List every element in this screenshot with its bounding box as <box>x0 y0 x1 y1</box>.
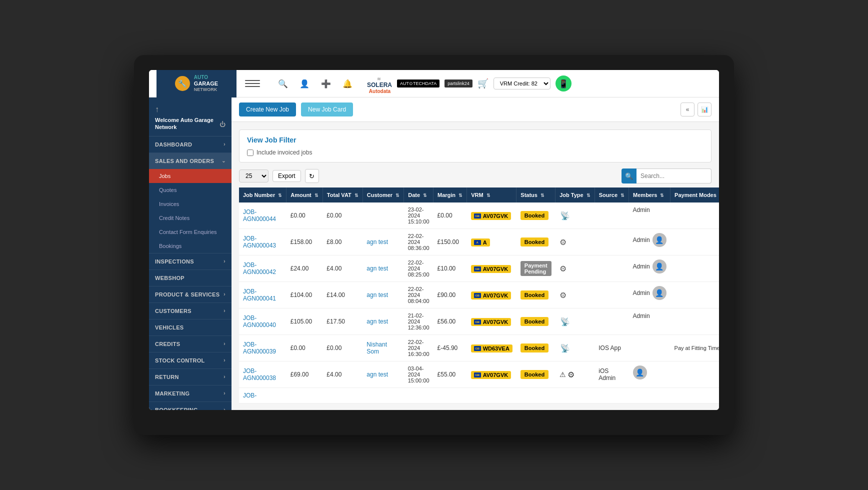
chart-icon[interactable]: 📊 <box>698 102 712 116</box>
job-type-cell: ⚙ <box>556 229 595 256</box>
refresh-button[interactable]: ↻ <box>305 169 319 183</box>
sidebar-item-bookings[interactable]: Bookings <box>149 239 232 253</box>
autotechdata-brand: AUT⊙TECHDATA <box>397 80 440 88</box>
job-members: Admin👤 <box>629 282 670 304</box>
partslink-brand: partslink24 <box>444 80 472 88</box>
filter-controls: Include invoiced jobs <box>247 149 704 156</box>
sidebar-item-customers[interactable]: CUSTOMERS › <box>149 303 232 319</box>
vrm-badge: GBAV07GVK <box>471 265 512 273</box>
sidebar-item-dashboard[interactable]: DASHBOARD › <box>149 136 232 152</box>
vrm-badge: GBWD63VEA <box>471 344 512 352</box>
job-date: 22-02-2024 08:36:00 <box>404 229 434 256</box>
customer-link[interactable]: agn test <box>366 371 388 378</box>
job-number-link[interactable]: JOB-AGN000040 <box>243 314 276 328</box>
search-submit-button[interactable]: 🔍 <box>622 168 636 184</box>
sidebar-item-invoices[interactable]: Invoices <box>149 197 232 211</box>
sidebar-item-vehicles[interactable]: VEHICLES <box>149 320 232 336</box>
job-date: 22-02-2024 08:04:00 <box>404 282 434 308</box>
sidebar-item-jobs[interactable]: Jobs <box>149 169 232 183</box>
sidebar-item-quotes[interactable]: Quotes <box>149 183 232 197</box>
sidebar-item-bookkeeping[interactable]: BOOKKEEPING › <box>149 402 232 410</box>
new-job-card-button[interactable]: New Job Card <box>301 102 353 116</box>
chevron-right-icon-customers: › <box>224 308 226 314</box>
export-button[interactable]: Export <box>272 170 301 182</box>
job-type-cell: ⚠⚙ <box>556 362 595 388</box>
power-icon[interactable]: ⏻ <box>220 121 226 128</box>
sidebar-item-marketing[interactable]: MARKETING › <box>149 386 232 402</box>
customer-link[interactable]: Nishant Som <box>366 341 387 355</box>
job-number-link[interactable]: JOB-AGN000038 <box>243 368 276 382</box>
job-number-link[interactable]: JOB-AGN000042 <box>243 262 276 276</box>
sidebar-collapse-icon[interactable]: ↑ <box>155 105 226 114</box>
avatar: 👤 <box>652 286 666 300</box>
hamburger-menu[interactable] <box>245 76 260 91</box>
job-margin: £90.00 <box>434 282 467 308</box>
job-type-cell: 📡 <box>556 202 595 229</box>
job-source <box>594 388 628 404</box>
create-new-job-button[interactable]: Create New Job <box>239 102 296 116</box>
sidebar-item-product-services[interactable]: PRODUCT & SERVICES › <box>149 286 232 302</box>
sidebar-item-webshop[interactable]: WEBSHOP <box>149 270 232 286</box>
job-number-link[interactable]: JOB-AGN000039 <box>243 341 276 355</box>
job-vat: £0.00 <box>322 335 362 362</box>
per-page-select[interactable]: 25 10 50 100 <box>239 170 268 182</box>
sidebar-welcome-text: Welcome Auto Garage Network <box>155 116 226 131</box>
customer-link[interactable]: agn test <box>366 318 388 325</box>
plus-icon[interactable]: ➕ <box>319 76 333 90</box>
vrm-flag: GB <box>474 320 481 324</box>
status-badge: Booked <box>520 238 548 246</box>
job-margin: £-45.90 <box>434 335 467 362</box>
content-area: Create New Job New Job Card « 📊 View Job… <box>232 98 719 410</box>
sidebar-item-contact-form[interactable]: Contact Form Enquiries <box>149 225 232 239</box>
customer-link[interactable]: agn test <box>366 265 388 272</box>
job-number-link[interactable]: JOB- <box>243 392 256 399</box>
job-source <box>594 282 628 308</box>
nav-section-dashboard: DASHBOARD › <box>149 136 232 153</box>
table-row: JOB-AGN000041£104.00£14.00agn test22-02-… <box>239 282 719 308</box>
job-margin: £150.00 <box>434 229 467 256</box>
solera-brand: ≋ SOLERA Autodata <box>366 76 392 90</box>
vrm-badge: GBAV07GVK <box>471 212 512 220</box>
bell-icon[interactable]: 🔔 <box>340 76 354 90</box>
customer-link[interactable]: agn test <box>366 292 388 298</box>
search-input[interactable] <box>636 168 712 184</box>
job-number-link[interactable]: JOB-AGN000044 <box>243 208 276 222</box>
chevron-right-icon-bookkeeping: › <box>224 407 226 410</box>
cart-icon[interactable]: 🛒 <box>478 78 488 89</box>
status-badge: Payment Pending <box>520 261 552 276</box>
whatsapp-button[interactable]: 📱 <box>556 76 572 92</box>
job-amount: £24.00 <box>286 256 323 282</box>
nav-section-marketing: MARKETING › <box>149 386 232 402</box>
sidebar-item-credits[interactable]: CREDITS › <box>149 336 232 352</box>
job-vat: £4.00 <box>322 256 362 282</box>
sidebar-item-inspections[interactable]: INSPECTIONS › <box>149 254 232 270</box>
sidebar-item-sales-orders[interactable]: SALES AND ORDERS ⌄ <box>149 153 232 169</box>
nav-section-sales-orders: SALES AND ORDERS ⌄ Jobs Quotes Invoices … <box>149 153 232 254</box>
job-type-cell: ⚙ <box>556 256 595 282</box>
job-amount: £69.00 <box>286 362 323 388</box>
table-row: JOB-AGN000044£0.00£0.0023-02-2024 15:10:… <box>239 202 719 229</box>
job-number-link[interactable]: JOB-AGN000043 <box>243 235 276 249</box>
chevron-right-icon: › <box>224 142 226 147</box>
job-date: 03-04-2024 15:00:00 <box>404 362 434 388</box>
include-invoiced-label[interactable]: Include invoiced jobs <box>247 149 312 156</box>
job-type-cell: 📡 <box>556 308 595 335</box>
sidebar-item-stock-control[interactable]: STOCK CONTROL › <box>149 352 232 368</box>
vrm-credit-select[interactable]: VRM Credit: 82 <box>494 78 550 90</box>
include-invoiced-checkbox[interactable] <box>247 150 254 156</box>
user-icon[interactable]: 👤 <box>298 76 312 90</box>
left-arrow-icon[interactable]: « <box>680 102 694 116</box>
job-number-link[interactable]: JOB-AGN000041 <box>243 288 276 302</box>
job-payment-modes: Pay at Fitting Time <box>670 335 719 362</box>
job-source <box>594 202 628 229</box>
table-row: JOB-AGN000042£24.00£4.00agn test22-02-20… <box>239 256 719 282</box>
top-navigation: 🔧 AUTO GARAGE NETWORK 🔍 👤 ➕ 🔔 ≋ SOLE <box>149 70 719 98</box>
customer-link[interactable]: agn test <box>366 238 388 246</box>
toolbar-right-icons: « 📊 <box>680 102 712 116</box>
vrm-badge: GBAV07GVK <box>471 292 512 300</box>
sidebar-item-credit-notes[interactable]: Credit Notes <box>149 211 232 225</box>
sidebar-item-return[interactable]: RETURN › <box>149 369 232 385</box>
search-icon[interactable]: 🔍 <box>276 76 290 90</box>
job-amount: £0.00 <box>286 335 323 362</box>
nav-icons: 🔍 👤 ➕ 🔔 <box>276 76 354 90</box>
